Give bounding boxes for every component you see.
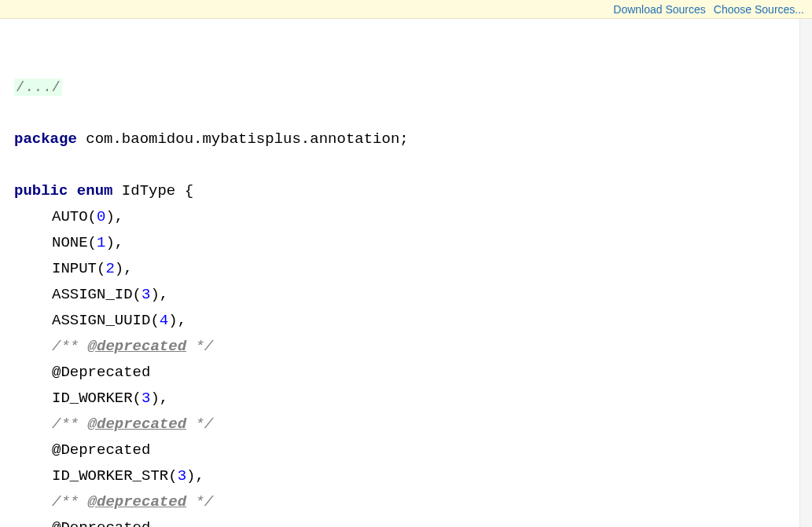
deprecated-tag: @deprecated xyxy=(88,415,186,433)
num-2: 2 xyxy=(105,260,114,277)
num-3c: 3 xyxy=(178,467,186,485)
deprecated-comment-3: /** @deprecated */ xyxy=(52,493,213,511)
enum-id-worker-str: ID_WORKER_STR( xyxy=(52,467,178,485)
num-1: 1 xyxy=(97,234,105,251)
enum-assign-id: ASSIGN_ID( xyxy=(52,286,141,303)
enum-id-worker: ID_WORKER( xyxy=(52,390,141,407)
enum-auto: AUTO( xyxy=(52,208,97,225)
keyword-package: package xyxy=(14,130,77,148)
num-4a: 4 xyxy=(160,312,168,329)
sources-notify-bar: Download Sources Choose Sources... xyxy=(0,0,812,19)
deprecated-anno-3: @Deprecated xyxy=(52,519,150,527)
choose-sources-link[interactable]: Choose Sources... xyxy=(714,3,804,16)
num-3b: 3 xyxy=(141,390,150,407)
num-3a: 3 xyxy=(141,286,150,303)
class-name: IdType { xyxy=(112,182,193,199)
num-0: 0 xyxy=(97,208,105,225)
fold-marker[interactable]: /.../ xyxy=(14,79,62,96)
deprecated-anno-2: @Deprecated xyxy=(52,441,150,459)
package-name: com.baomidou.mybatisplus.annotation; xyxy=(77,130,409,148)
deprecated-comment-1: /** @deprecated */ xyxy=(52,338,213,355)
code-editor[interactable]: /.../ package com.baomidou.mybatisplus.a… xyxy=(0,19,812,527)
deprecated-tag: @deprecated xyxy=(88,338,186,355)
download-sources-link[interactable]: Download Sources xyxy=(613,3,706,16)
enum-none: NONE( xyxy=(52,234,97,251)
keyword-public: public xyxy=(14,182,68,199)
deprecated-anno-1: @Deprecated xyxy=(52,364,150,381)
deprecated-comment-2: /** @deprecated */ xyxy=(52,415,213,433)
keyword-enum: enum xyxy=(77,182,113,199)
vertical-scrollbar[interactable] xyxy=(799,19,812,527)
enum-assign-uuid: ASSIGN_UUID( xyxy=(52,312,160,329)
deprecated-tag: @deprecated xyxy=(88,493,186,511)
enum-input: INPUT( xyxy=(52,260,105,277)
